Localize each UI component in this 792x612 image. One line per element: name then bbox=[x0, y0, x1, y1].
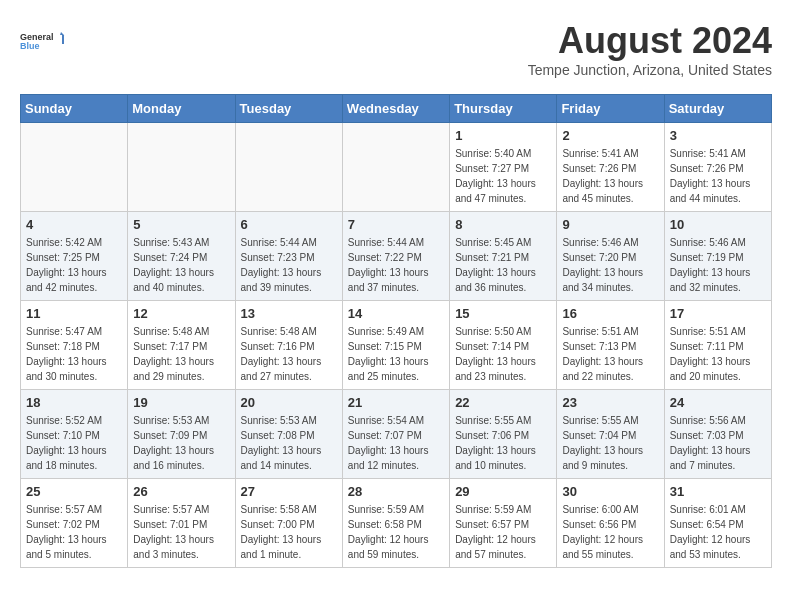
day-number: 12 bbox=[133, 306, 229, 321]
week-row-1: 1Sunrise: 5:40 AMSunset: 7:27 PMDaylight… bbox=[21, 123, 772, 212]
calendar-cell: 12Sunrise: 5:48 AMSunset: 7:17 PMDayligh… bbox=[128, 301, 235, 390]
calendar-cell: 1Sunrise: 5:40 AMSunset: 7:27 PMDaylight… bbox=[450, 123, 557, 212]
calendar-cell: 18Sunrise: 5:52 AMSunset: 7:10 PMDayligh… bbox=[21, 390, 128, 479]
day-info: Sunrise: 5:44 AMSunset: 7:23 PMDaylight:… bbox=[241, 235, 337, 295]
calendar-cell: 8Sunrise: 5:45 AMSunset: 7:21 PMDaylight… bbox=[450, 212, 557, 301]
weekday-header-wednesday: Wednesday bbox=[342, 95, 449, 123]
day-info: Sunrise: 5:44 AMSunset: 7:22 PMDaylight:… bbox=[348, 235, 444, 295]
day-info: Sunrise: 6:00 AMSunset: 6:56 PMDaylight:… bbox=[562, 502, 658, 562]
calendar-cell: 14Sunrise: 5:49 AMSunset: 7:15 PMDayligh… bbox=[342, 301, 449, 390]
day-info: Sunrise: 5:57 AMSunset: 7:02 PMDaylight:… bbox=[26, 502, 122, 562]
day-info: Sunrise: 5:53 AMSunset: 7:09 PMDaylight:… bbox=[133, 413, 229, 473]
calendar-cell: 10Sunrise: 5:46 AMSunset: 7:19 PMDayligh… bbox=[664, 212, 771, 301]
day-info: Sunrise: 5:42 AMSunset: 7:25 PMDaylight:… bbox=[26, 235, 122, 295]
svg-marker-2 bbox=[60, 32, 67, 44]
week-row-5: 25Sunrise: 5:57 AMSunset: 7:02 PMDayligh… bbox=[21, 479, 772, 568]
day-info: Sunrise: 5:46 AMSunset: 7:20 PMDaylight:… bbox=[562, 235, 658, 295]
day-number: 26 bbox=[133, 484, 229, 499]
calendar-cell: 28Sunrise: 5:59 AMSunset: 6:58 PMDayligh… bbox=[342, 479, 449, 568]
calendar-cell: 25Sunrise: 5:57 AMSunset: 7:02 PMDayligh… bbox=[21, 479, 128, 568]
day-info: Sunrise: 5:51 AMSunset: 7:13 PMDaylight:… bbox=[562, 324, 658, 384]
day-info: Sunrise: 5:51 AMSunset: 7:11 PMDaylight:… bbox=[670, 324, 766, 384]
calendar-cell bbox=[235, 123, 342, 212]
calendar-cell: 21Sunrise: 5:54 AMSunset: 7:07 PMDayligh… bbox=[342, 390, 449, 479]
calendar-cell: 7Sunrise: 5:44 AMSunset: 7:22 PMDaylight… bbox=[342, 212, 449, 301]
day-info: Sunrise: 5:47 AMSunset: 7:18 PMDaylight:… bbox=[26, 324, 122, 384]
calendar-cell: 5Sunrise: 5:43 AMSunset: 7:24 PMDaylight… bbox=[128, 212, 235, 301]
day-number: 1 bbox=[455, 128, 551, 143]
calendar-cell: 29Sunrise: 5:59 AMSunset: 6:57 PMDayligh… bbox=[450, 479, 557, 568]
calendar-cell bbox=[342, 123, 449, 212]
day-info: Sunrise: 5:55 AMSunset: 7:04 PMDaylight:… bbox=[562, 413, 658, 473]
day-number: 7 bbox=[348, 217, 444, 232]
weekday-header-tuesday: Tuesday bbox=[235, 95, 342, 123]
day-number: 14 bbox=[348, 306, 444, 321]
day-number: 16 bbox=[562, 306, 658, 321]
day-info: Sunrise: 5:48 AMSunset: 7:16 PMDaylight:… bbox=[241, 324, 337, 384]
day-info: Sunrise: 5:55 AMSunset: 7:06 PMDaylight:… bbox=[455, 413, 551, 473]
day-number: 3 bbox=[670, 128, 766, 143]
day-number: 30 bbox=[562, 484, 658, 499]
day-info: Sunrise: 5:57 AMSunset: 7:01 PMDaylight:… bbox=[133, 502, 229, 562]
day-info: Sunrise: 5:54 AMSunset: 7:07 PMDaylight:… bbox=[348, 413, 444, 473]
calendar-cell: 6Sunrise: 5:44 AMSunset: 7:23 PMDaylight… bbox=[235, 212, 342, 301]
calendar-cell: 30Sunrise: 6:00 AMSunset: 6:56 PMDayligh… bbox=[557, 479, 664, 568]
weekday-header-saturday: Saturday bbox=[664, 95, 771, 123]
logo-svg: General Blue bbox=[20, 20, 70, 64]
calendar-cell: 31Sunrise: 6:01 AMSunset: 6:54 PMDayligh… bbox=[664, 479, 771, 568]
svg-text:Blue: Blue bbox=[20, 41, 40, 51]
day-number: 20 bbox=[241, 395, 337, 410]
day-number: 4 bbox=[26, 217, 122, 232]
day-info: Sunrise: 5:59 AMSunset: 6:58 PMDaylight:… bbox=[348, 502, 444, 562]
day-number: 5 bbox=[133, 217, 229, 232]
day-number: 21 bbox=[348, 395, 444, 410]
title-block: August 2024 Tempe Junction, Arizona, Uni… bbox=[528, 20, 772, 78]
day-number: 29 bbox=[455, 484, 551, 499]
day-number: 8 bbox=[455, 217, 551, 232]
weekday-header-thursday: Thursday bbox=[450, 95, 557, 123]
calendar-cell bbox=[21, 123, 128, 212]
day-number: 13 bbox=[241, 306, 337, 321]
calendar-cell: 19Sunrise: 5:53 AMSunset: 7:09 PMDayligh… bbox=[128, 390, 235, 479]
calendar-cell: 27Sunrise: 5:58 AMSunset: 7:00 PMDayligh… bbox=[235, 479, 342, 568]
day-number: 11 bbox=[26, 306, 122, 321]
day-number: 2 bbox=[562, 128, 658, 143]
calendar-cell: 9Sunrise: 5:46 AMSunset: 7:20 PMDaylight… bbox=[557, 212, 664, 301]
calendar-cell: 4Sunrise: 5:42 AMSunset: 7:25 PMDaylight… bbox=[21, 212, 128, 301]
month-title: August 2024 bbox=[528, 20, 772, 62]
day-number: 18 bbox=[26, 395, 122, 410]
day-number: 22 bbox=[455, 395, 551, 410]
day-info: Sunrise: 5:58 AMSunset: 7:00 PMDaylight:… bbox=[241, 502, 337, 562]
svg-text:General: General bbox=[20, 32, 54, 42]
day-info: Sunrise: 5:56 AMSunset: 7:03 PMDaylight:… bbox=[670, 413, 766, 473]
day-number: 31 bbox=[670, 484, 766, 499]
calendar-cell bbox=[128, 123, 235, 212]
day-info: Sunrise: 5:59 AMSunset: 6:57 PMDaylight:… bbox=[455, 502, 551, 562]
day-info: Sunrise: 5:43 AMSunset: 7:24 PMDaylight:… bbox=[133, 235, 229, 295]
calendar-cell: 11Sunrise: 5:47 AMSunset: 7:18 PMDayligh… bbox=[21, 301, 128, 390]
day-info: Sunrise: 6:01 AMSunset: 6:54 PMDaylight:… bbox=[670, 502, 766, 562]
day-info: Sunrise: 5:40 AMSunset: 7:27 PMDaylight:… bbox=[455, 146, 551, 206]
day-number: 6 bbox=[241, 217, 337, 232]
weekday-header-monday: Monday bbox=[128, 95, 235, 123]
week-row-3: 11Sunrise: 5:47 AMSunset: 7:18 PMDayligh… bbox=[21, 301, 772, 390]
day-number: 27 bbox=[241, 484, 337, 499]
calendar-cell: 24Sunrise: 5:56 AMSunset: 7:03 PMDayligh… bbox=[664, 390, 771, 479]
page-header: General Blue August 2024 Tempe Junction,… bbox=[20, 20, 772, 78]
week-row-2: 4Sunrise: 5:42 AMSunset: 7:25 PMDaylight… bbox=[21, 212, 772, 301]
day-number: 19 bbox=[133, 395, 229, 410]
day-number: 15 bbox=[455, 306, 551, 321]
day-number: 9 bbox=[562, 217, 658, 232]
calendar-cell: 15Sunrise: 5:50 AMSunset: 7:14 PMDayligh… bbox=[450, 301, 557, 390]
calendar-cell: 2Sunrise: 5:41 AMSunset: 7:26 PMDaylight… bbox=[557, 123, 664, 212]
day-info: Sunrise: 5:52 AMSunset: 7:10 PMDaylight:… bbox=[26, 413, 122, 473]
week-row-4: 18Sunrise: 5:52 AMSunset: 7:10 PMDayligh… bbox=[21, 390, 772, 479]
day-info: Sunrise: 5:46 AMSunset: 7:19 PMDaylight:… bbox=[670, 235, 766, 295]
day-number: 23 bbox=[562, 395, 658, 410]
day-number: 17 bbox=[670, 306, 766, 321]
day-info: Sunrise: 5:53 AMSunset: 7:08 PMDaylight:… bbox=[241, 413, 337, 473]
location-label: Tempe Junction, Arizona, United States bbox=[528, 62, 772, 78]
weekday-header-sunday: Sunday bbox=[21, 95, 128, 123]
calendar-cell: 26Sunrise: 5:57 AMSunset: 7:01 PMDayligh… bbox=[128, 479, 235, 568]
logo: General Blue bbox=[20, 20, 70, 64]
